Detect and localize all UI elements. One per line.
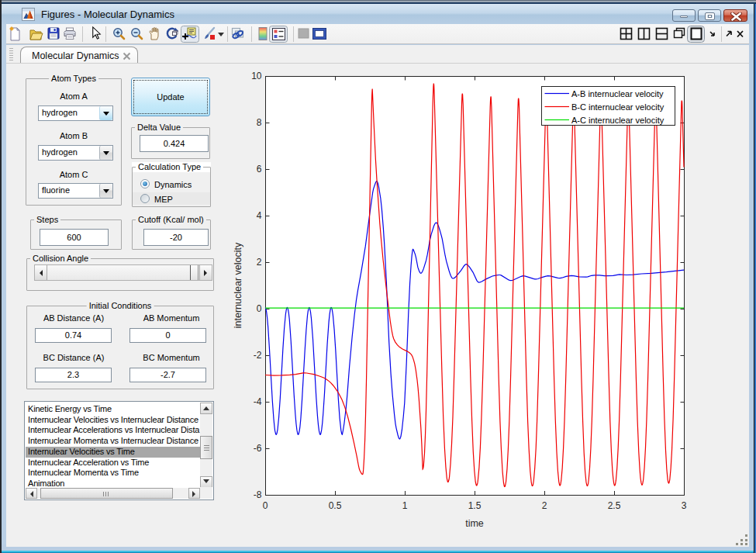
svg-text:2.5: 2.5 xyxy=(608,500,621,511)
svg-text:4: 4 xyxy=(257,210,262,221)
svg-text:2: 2 xyxy=(257,257,262,268)
svg-text:10: 10 xyxy=(251,71,262,81)
svg-text:B-C internuclear velocity: B-C internuclear velocity xyxy=(571,102,665,112)
svg-text:6: 6 xyxy=(257,164,262,175)
svg-text:2: 2 xyxy=(542,500,547,511)
svg-text:time: time xyxy=(465,518,484,529)
svg-text:internuclear velocity: internuclear velocity xyxy=(233,242,243,328)
svg-text:-2: -2 xyxy=(254,350,262,361)
svg-text:8: 8 xyxy=(257,117,262,128)
svg-text:1: 1 xyxy=(402,500,408,511)
svg-text:-8: -8 xyxy=(254,489,262,500)
svg-text:-4: -4 xyxy=(254,396,262,407)
svg-text:1.5: 1.5 xyxy=(468,500,482,511)
svg-text:A-B internuclear velocity: A-B internuclear velocity xyxy=(571,89,664,99)
svg-text:3: 3 xyxy=(682,500,687,511)
svg-text:0: 0 xyxy=(263,500,268,511)
svg-text:-6: -6 xyxy=(254,443,262,454)
svg-text:0: 0 xyxy=(257,303,262,314)
svg-text:A-C internuclear velocity: A-C internuclear velocity xyxy=(571,116,665,125)
svg-text:0.5: 0.5 xyxy=(329,500,342,511)
